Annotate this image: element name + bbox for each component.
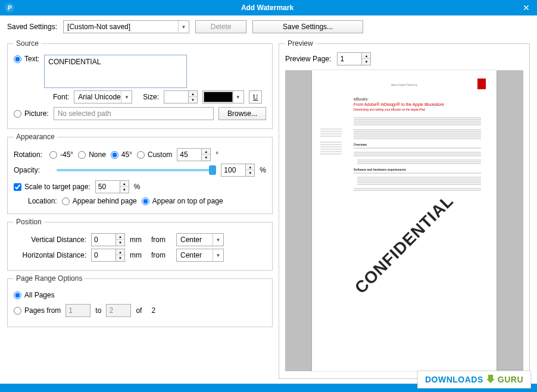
source-picture-radio[interactable]: Picture: xyxy=(14,109,49,118)
horizontal-distance-spinner[interactable]: ▲▼ xyxy=(91,249,125,262)
preview-page-label: Preview Page: xyxy=(285,55,331,63)
scale-input[interactable] xyxy=(95,180,120,193)
rotation-custom-radio[interactable]: Custom xyxy=(137,150,172,159)
app-logo-icon: P xyxy=(5,3,14,12)
source-picture-radio-input[interactable] xyxy=(14,110,21,118)
pages-from-input[interactable] xyxy=(65,304,90,317)
spin-down-icon[interactable]: ▼ xyxy=(246,170,254,176)
rotation-custom-spinner[interactable]: ▲▼ xyxy=(177,148,211,161)
source-text-radio[interactable]: Text: xyxy=(14,55,39,63)
rotation-none-radio[interactable]: None xyxy=(78,150,106,159)
source-text-radio-input[interactable] xyxy=(14,55,21,63)
badge-text-guru: GURU xyxy=(498,375,523,384)
percent-label: % xyxy=(260,166,266,174)
slider-thumb[interactable] xyxy=(209,165,216,175)
vertical-distance-input[interactable] xyxy=(91,233,116,246)
position-legend: Position xyxy=(14,218,44,226)
saved-settings-select[interactable]: [Custom-Not saved] ▼ xyxy=(63,20,189,33)
watermark-text-input[interactable] xyxy=(44,55,187,88)
source-legend: Source xyxy=(14,39,41,48)
doc-header: Adobe Digital Publishing xyxy=(327,83,481,86)
download-arrow-icon xyxy=(486,375,495,384)
spin-up-icon[interactable]: ▲ xyxy=(116,249,124,255)
save-settings-button[interactable]: Save Settings... xyxy=(252,20,363,33)
saved-settings-row: Saved Settings: [Custom-Not saved] ▼ Del… xyxy=(7,20,530,33)
total-pages-value: 2 xyxy=(151,306,155,315)
body-text xyxy=(354,129,481,139)
spin-down-icon[interactable]: ▼ xyxy=(120,187,129,193)
opacity-label: Opacity: xyxy=(14,166,48,174)
body-text xyxy=(354,173,481,191)
chevron-down-icon: ▼ xyxy=(213,249,223,261)
scale-checkbox-input[interactable] xyxy=(14,183,21,191)
browse-button[interactable]: Browse... xyxy=(218,107,266,120)
appearance-group: Appearance Rotation: -45° None 45° Custo… xyxy=(7,133,273,214)
color-select[interactable]: ▼ xyxy=(202,90,244,104)
opacity-slider[interactable] xyxy=(57,169,213,171)
rotation-neg45-radio[interactable]: -45° xyxy=(49,150,73,159)
doc-sidebar-text xyxy=(320,127,342,156)
location-top-radio[interactable]: Appear on top of page xyxy=(142,197,223,205)
doc-title-line2: From Adobe® InDesign® to the Apple iBook… xyxy=(354,102,481,106)
vertical-from-select[interactable]: Center ▼ xyxy=(176,233,224,246)
rotation-custom-input[interactable] xyxy=(177,148,202,161)
preview-page-spinner[interactable]: ▲▼ xyxy=(337,52,371,65)
delete-button[interactable]: Delete xyxy=(195,20,246,33)
pages-from-radio[interactable]: Pages from xyxy=(14,306,61,315)
rotation-45-radio[interactable]: 45° xyxy=(111,150,132,159)
all-pages-radio[interactable]: All Pages xyxy=(14,291,55,299)
chevron-down-icon: ▼ xyxy=(178,21,189,33)
spin-up-icon[interactable]: ▲ xyxy=(246,164,254,170)
pages-to-input[interactable] xyxy=(106,304,131,317)
spin-down-icon[interactable]: ▼ xyxy=(116,240,124,246)
spin-down-icon[interactable]: ▼ xyxy=(189,97,197,103)
size-spinner[interactable]: ▲▼ xyxy=(164,90,198,104)
spin-up-icon[interactable]: ▲ xyxy=(116,234,124,240)
badge-text-downloads: DOWNLOADS xyxy=(425,375,483,384)
doc-section-requirements: Software and hardware requirements xyxy=(354,168,481,171)
chevron-down-icon: ▼ xyxy=(233,92,243,102)
position-group: Position Vertical Distance: ▲▼ mm from C… xyxy=(7,218,273,271)
scale-checkbox[interactable]: Scale to target page: xyxy=(14,183,90,191)
spin-up-icon[interactable]: ▲ xyxy=(189,91,197,97)
spin-up-icon[interactable]: ▲ xyxy=(120,181,129,187)
font-value: Arial Unicode xyxy=(74,93,121,101)
adobe-logo-icon xyxy=(477,79,486,89)
horizontal-distance-label: Horizontal Distance: xyxy=(14,251,86,259)
vertical-distance-label: Vertical Distance: xyxy=(14,236,86,244)
pages-to-spinner[interactable] xyxy=(106,304,131,317)
font-label: Font: xyxy=(53,93,69,101)
source-picture-radio-label: Picture: xyxy=(24,109,49,118)
scale-spinner[interactable]: ▲▼ xyxy=(95,180,129,193)
location-label: Location: xyxy=(28,197,57,205)
body-text xyxy=(354,148,481,164)
spin-up-icon[interactable]: ▲ xyxy=(362,53,370,59)
location-behind-radio[interactable]: Appear behind page xyxy=(62,197,137,205)
preview-page-input[interactable] xyxy=(337,52,362,65)
opacity-input[interactable] xyxy=(221,164,246,177)
rotation-label: Rotation: xyxy=(14,150,45,159)
spin-down-icon[interactable]: ▼ xyxy=(362,59,370,65)
watermark-overlay: CONFIDENTIAL xyxy=(351,192,458,298)
size-input[interactable] xyxy=(164,90,189,104)
close-icon[interactable]: ✕ xyxy=(520,3,532,12)
underline-button[interactable]: U xyxy=(249,90,262,104)
source-text-radio-label: Text: xyxy=(24,55,39,63)
window-title: Add Watermark xyxy=(14,4,520,12)
opacity-spinner[interactable]: ▲▼ xyxy=(221,164,255,177)
from-label: from xyxy=(151,251,171,259)
spin-up-icon[interactable]: ▲ xyxy=(202,149,210,155)
to-label: to xyxy=(95,306,101,315)
horizontal-from-select[interactable]: Center ▼ xyxy=(176,249,224,262)
font-select[interactable]: Arial Unicode ▼ xyxy=(74,90,132,104)
vertical-distance-spinner[interactable]: ▲▼ xyxy=(91,233,125,246)
size-label: Size: xyxy=(143,93,159,101)
preview-canvas: Adobe Digital Publishing eBooks: From Ad… xyxy=(285,70,523,371)
spin-down-icon[interactable]: ▼ xyxy=(202,155,210,161)
preview-legend: Preview xyxy=(285,39,316,48)
color-swatch xyxy=(204,92,233,102)
horizontal-from-value: Center xyxy=(177,251,213,259)
horizontal-distance-input[interactable] xyxy=(91,249,116,262)
spin-down-icon[interactable]: ▼ xyxy=(116,255,124,261)
pages-from-spinner[interactable] xyxy=(65,304,90,317)
